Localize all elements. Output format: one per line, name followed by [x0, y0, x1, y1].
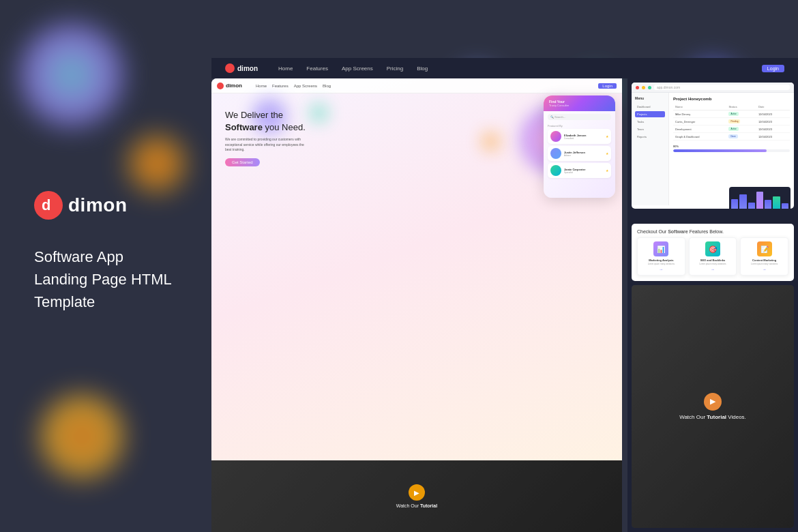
chart-bar-2 [739, 194, 746, 209]
user-info-2: Justin Jefferson Advisor [564, 151, 603, 157]
browser-mockup: app.dimon.com Menu Dashboard Projects Ta… [632, 83, 794, 209]
ss-nav-logo-text: dimon [226, 83, 242, 89]
table-row: Curtis_Derringer Pending 12/04/2023 [673, 118, 790, 125]
right-feature-name-1: Marketing Analysis [641, 258, 681, 262]
chart-bar-5 [765, 200, 771, 209]
navbar-link-appscreens[interactable]: App Screens [342, 65, 373, 72]
dimon-logo-icon: d [34, 191, 63, 220]
progress-label: 80% [673, 145, 679, 148]
th-name: Name [673, 104, 726, 110]
right-feature-desc-3: Lorem ipsum many variations [744, 263, 784, 266]
user-star-2: ★ [606, 151, 608, 156]
chart-bar-3 [748, 203, 755, 209]
phone-search[interactable]: 🔍 Search... [548, 114, 611, 120]
progress-bar-background [673, 149, 790, 152]
right-features-section: Checkout Our Software Features Below. 📊 … [632, 224, 794, 281]
navbar-link-features[interactable]: Features [306, 65, 328, 72]
ss-nav-logo-icon [217, 83, 224, 89]
browser-table: Name Status Date Mike Dimery Active 12/0… [673, 104, 790, 141]
phone-subtitle: Trusty Consulter [549, 104, 610, 107]
user-role-2: Advisor [564, 154, 603, 157]
navbar-link-home[interactable]: Home [278, 65, 293, 72]
status-badge-2: Pending [728, 119, 740, 123]
right-feature-arrow-2: → [693, 267, 733, 271]
user-role-3: Specialist [564, 171, 603, 174]
ss-hero-cta[interactable]: Get Started [225, 158, 260, 166]
ss-video-text: Watch Our Tutorial [396, 503, 437, 508]
right-features-grid: 📊 Marketing Analysis Lorem ipsum many va… [637, 237, 788, 276]
status-badge-3: Active [728, 127, 738, 131]
navbar-logo-text: dimon [237, 65, 258, 72]
ss-nav-links: Home Features App Screens Blog [256, 84, 331, 88]
sidebar-item-team[interactable]: Team [635, 126, 665, 132]
right-feature-name-2: SEO and Backlinks [693, 258, 733, 262]
td-status-3: Active [726, 125, 756, 133]
title-line1: Software App [34, 246, 172, 268]
browser-dot-red [636, 86, 639, 89]
navbar-login-button[interactable]: Login [762, 65, 784, 72]
th-date: Date [756, 104, 790, 110]
right-feature-icon-2: 🎯 [705, 241, 720, 256]
sidebar-item-tasks[interactable]: Tasks [635, 119, 665, 125]
navbar-logo-icon [225, 63, 235, 73]
user-star-3: ★ [606, 168, 608, 173]
user-info-1: Elizabeth Jensen Consultant [564, 134, 603, 140]
navbar-logo: dimon [225, 63, 258, 73]
right-feature-arrow-1: → [641, 267, 681, 271]
user-star-1: ★ [606, 134, 608, 138]
right-feature-card-3: 📝 Content Marketing Lorem ipsum many var… [740, 237, 788, 276]
sidebar-item-dashboard[interactable]: Dashboard [635, 104, 665, 110]
td-status-4: Done [726, 133, 756, 141]
browser-sidebar: Menu Dashboard Projects Tasks Team Repor… [632, 93, 669, 205]
right-play-button[interactable]: ▶ [704, 393, 722, 411]
right-feature-desc-2: Lorem ipsum many variations [693, 263, 733, 266]
sidebar-header: Menu [635, 96, 665, 100]
table-row: Mike Dimery Active 12/04/2023 [673, 110, 790, 118]
ss-hero-title: We Deliver theSoftware you Need. [225, 109, 513, 134]
right-feature-icon-1: 📊 [653, 241, 668, 256]
chart-bar-7 [782, 203, 788, 209]
browser-dot-yellow [642, 86, 645, 89]
ss-nav-logo: dimon [217, 83, 242, 89]
td-name-1: Mike Dimery [673, 110, 726, 118]
screenshot-right: app.dimon.com Menu Dashboard Projects Ta… [627, 78, 798, 532]
screenshots-row: dimon Home Features App Screens Blog Log… [211, 78, 798, 532]
svg-text:d: d [42, 196, 50, 213]
th-status: Status [726, 104, 756, 110]
phone-featured-label: Featured By [548, 124, 611, 128]
right-feature-card-1: 📊 Marketing Analysis Lorem ipsum many va… [637, 237, 685, 276]
ss-video-overlay: ▶ Watch Our Tutorial [211, 460, 622, 532]
right-feature-name-3: Content Marketing [744, 258, 784, 262]
chart-widget [729, 187, 790, 209]
right-area: dimon Home Features App Screens Pricing … [211, 0, 798, 532]
sidebar-item-projects[interactable]: Projects [635, 111, 665, 117]
ss-nav-home[interactable]: Home [256, 84, 267, 88]
ss-nav-login[interactable]: Login [598, 83, 617, 89]
logo-text: dimon [68, 194, 128, 216]
phone-user-1: Elizabeth Jensen Consultant ★ [548, 129, 611, 144]
navbar-link-pricing[interactable]: Pricing [387, 65, 403, 72]
ss-nav-features[interactable]: Features [272, 84, 289, 88]
status-badge-1: Active [728, 112, 738, 116]
td-name-3: Development [673, 125, 726, 133]
navbar: dimon Home Features App Screens Pricing … [211, 58, 798, 78]
blob-mid-small [130, 136, 184, 191]
ss-nav-blog[interactable]: Blog [323, 84, 331, 88]
ss-hero-sub: We are committed to providing our custom… [225, 137, 307, 153]
chart-bar-4 [756, 192, 763, 209]
avatar-2 [550, 148, 561, 159]
avatar-1 [550, 131, 561, 142]
sidebar-item-reports[interactable]: Reports [635, 134, 665, 140]
right-video-overlay: ▶ Watch Our Tutorial Videos. [632, 285, 794, 528]
ss-play-button[interactable]: ▶ [409, 484, 425, 501]
logo-area: d dimon [34, 191, 128, 220]
ss-nav-appscreens[interactable]: App Screens [294, 84, 317, 88]
status-badge-4: Done [728, 134, 737, 138]
browser-url-bar[interactable]: app.dimon.com [654, 85, 790, 90]
td-date-4: 12/04/2023 [756, 133, 790, 141]
navbar-link-blog[interactable]: Blog [417, 65, 428, 72]
right-video-section: ▶ Watch Our Tutorial Videos. [632, 285, 794, 528]
phone-mockup: Find Your Trusty Consulter 🔍 Search... F… [544, 95, 615, 198]
table-row: Graph & Dashboard Done 12/04/2023 [673, 133, 790, 141]
right-features-title: Checkout Our Software Features Below. [637, 229, 788, 234]
